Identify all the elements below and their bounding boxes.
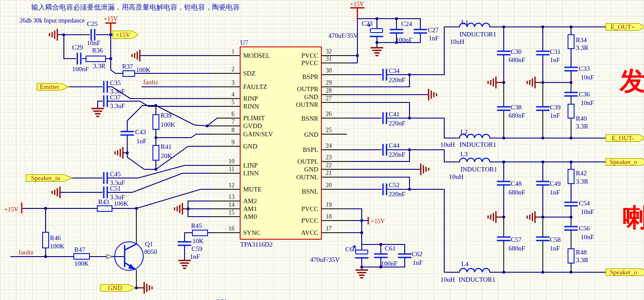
component-value: 3.3uF [110, 102, 125, 109]
component-ref: C29 [72, 44, 83, 51]
component-value: 10nF [581, 234, 594, 241]
pin-name: AM1 [243, 205, 257, 212]
resistor-R34 [568, 35, 574, 49]
component-part: INDUCTOR1 [459, 31, 496, 38]
pin-number: 1 [231, 48, 234, 55]
component-ref: C51 [110, 185, 121, 192]
pin-number: 3 [231, 79, 234, 86]
component-ref: C60 [345, 246, 356, 253]
pin-name: SYNC [243, 229, 261, 236]
pin-name: GND [243, 143, 258, 150]
net-label-faultz[interactable]: faultz [143, 79, 158, 86]
component-ref: C43 [135, 129, 146, 135]
pin-name: RINP [243, 95, 258, 102]
pin-name: GVDD [243, 122, 262, 129]
port-speaker-in[interactable]: Speaker_in [26, 175, 72, 181]
component-labels: C25 10nF C29 100nF R36 3.3R R37 100K C35… [50, 19, 594, 283]
port-e-out-minus[interactable]: E_OUT- [606, 135, 644, 142]
component-ref: C57 [511, 236, 522, 243]
cn-transmit: 发 [619, 67, 644, 96]
resistor-R47 [74, 254, 89, 259]
ground-icon [488, 77, 496, 88]
pin-name: OUTPL [297, 158, 318, 165]
component-ref: C34 [389, 67, 400, 74]
component-value: 3.3R [576, 123, 588, 130]
component-value: 100nF [396, 36, 412, 43]
pin-number: 29 [326, 79, 332, 86]
pin-number: 11 [229, 166, 234, 172]
port-emitter[interactable]: Emitter [37, 83, 69, 90]
pin-number: 27 [326, 95, 332, 102]
ground-icon [488, 212, 496, 222]
component-value: 220nF [389, 120, 405, 127]
component-value: 680nF [509, 56, 525, 63]
ic-U7[interactable]: U7 TPA3116D2 1 2 3 4 5 6 7 8 9 10 11 12 … [228, 39, 332, 248]
component-value: 100K [136, 66, 151, 73]
pin-name: BSNL [302, 188, 318, 195]
component-ref: C39 [550, 104, 561, 111]
component-ref: C35 [110, 79, 121, 86]
pin-name: AM0 [243, 213, 257, 220]
ground-icon [115, 148, 123, 158]
component-value: 100K [74, 260, 89, 267]
pin-number: 25 [326, 127, 332, 133]
pin-number: 4 [231, 91, 234, 98]
pin-number: 10 [228, 158, 234, 165]
port-gnd[interactable]: GND [100, 284, 135, 291]
ground-icon [527, 212, 535, 222]
pin-name: PVCC [301, 205, 318, 212]
port-speaker-out-minus[interactable]: Speaker_o [606, 269, 644, 276]
component-ref: C44 [389, 142, 400, 149]
port-e-out-plus[interactable]: E_OUT+ [606, 23, 644, 30]
pin-name: GND [304, 93, 319, 100]
component-value: 3.3uF [110, 194, 125, 201]
resistor-R43 [97, 206, 112, 211]
component-value: 220nF [389, 151, 405, 158]
component-ref: C24 [401, 20, 413, 27]
pin-number: 8 [231, 127, 234, 133]
port-label: +15V [116, 31, 130, 38]
pin-name: LINP [243, 162, 258, 169]
pin-name: PLIMIT [243, 115, 265, 122]
component-value: 680nF [509, 245, 525, 252]
component-value: 3.3R [576, 44, 588, 51]
component-value: 1nF [429, 35, 439, 42]
resistor-R41 [153, 145, 159, 160]
pin-number: 9 [231, 139, 234, 145]
ground-icon [179, 260, 190, 268]
component-value: 680nF [509, 112, 525, 119]
cn-speaker: 喇 [622, 204, 644, 232]
pin-number: 21 [326, 170, 332, 176]
component-value: 220nF [389, 191, 405, 198]
port-label: GND [108, 284, 122, 291]
component-ref: C27 [428, 26, 439, 33]
power-label: +15V [350, 1, 364, 7]
ground-icon [50, 30, 57, 40]
ground-icon [527, 77, 535, 88]
ground-icon [429, 89, 436, 100]
component-ref: R40 [576, 115, 587, 122]
pin-number: 20 [326, 182, 332, 188]
pin-name: PVCC [301, 59, 318, 66]
component-value: 1nF [190, 253, 200, 260]
schematic-canvas: +15V +15V +15V +15V U7 TPA3116D2 1 2 3 4… [0, 0, 644, 300]
note-top: 输入耦合电容必须要低泄漏，用高质量电解电容，钽电容，陶瓷电容 [31, 3, 240, 11]
resistor-R42 [568, 169, 574, 184]
port-v15-label[interactable]: +15V [113, 31, 138, 39]
component-value: 100K [161, 121, 175, 128]
component-ref: R42 [576, 170, 587, 177]
pin-name: MODSEL [243, 52, 270, 59]
pin-name: OUTPR [297, 86, 318, 92]
ic-ref: U7 [240, 39, 248, 46]
pin-name: MUTE [243, 186, 262, 193]
component-ref: R48 [576, 249, 587, 256]
inductor-L3 [459, 158, 490, 162]
power-label: +15V [104, 16, 118, 22]
ground-icon [175, 204, 182, 214]
port-speaker-out-plus[interactable]: Speaker_o [606, 158, 644, 165]
net-labels[interactable]: faultz faultz [19, 79, 158, 256]
pin-number: 32 [326, 48, 332, 55]
net-label-faultz[interactable]: faultz [19, 249, 33, 256]
component-value: 10nF [581, 208, 594, 215]
pin-number: 16 [228, 225, 234, 232]
